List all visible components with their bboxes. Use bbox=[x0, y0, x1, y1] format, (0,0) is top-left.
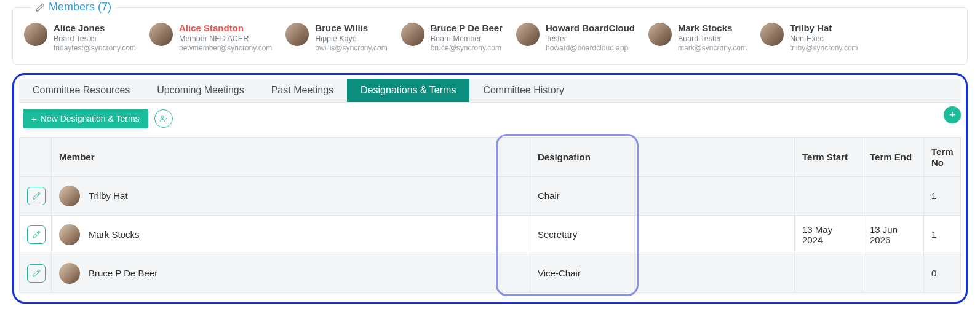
action-bar: + New Designation & Terms + bbox=[19, 103, 961, 132]
member-name: Howard BoardCloud bbox=[546, 23, 635, 34]
edit-row-button[interactable] bbox=[27, 225, 46, 244]
member-email: bwillis@syncrony.com bbox=[315, 44, 387, 53]
avatar bbox=[59, 186, 80, 206]
tab-past-meetings[interactable]: Past Meetings bbox=[258, 79, 347, 102]
th-member: Member bbox=[52, 138, 530, 177]
avatar bbox=[285, 23, 309, 46]
row-designation: Vice-Chair bbox=[530, 254, 635, 292]
tab-upcoming-meetings[interactable]: Upcoming Meetings bbox=[143, 79, 257, 102]
avatar bbox=[59, 263, 80, 284]
avatar bbox=[516, 23, 540, 46]
row-spacer bbox=[635, 254, 795, 292]
member-role: Hippie Kaye bbox=[315, 34, 387, 44]
th-designation: Designation bbox=[530, 138, 635, 177]
member-card[interactable]: Bruce WillisHippie Kayebwillis@syncrony.… bbox=[285, 23, 387, 53]
row-member-name: Mark Stocks bbox=[89, 229, 140, 240]
member-email: fridaytest@syncrony.com bbox=[54, 44, 136, 53]
member-email: howard@boardcloud.app bbox=[546, 44, 635, 53]
svg-point-0 bbox=[161, 116, 163, 119]
member-card[interactable]: Alice StandtonMember NED ACERnewmember@s… bbox=[149, 23, 272, 53]
avatar bbox=[24, 23, 47, 46]
avatar bbox=[149, 23, 173, 46]
member-email: trilby@syncrony.com bbox=[790, 44, 858, 53]
member-role: Board Tester bbox=[54, 34, 136, 44]
row-term-end: 13 Jun 2026 bbox=[862, 215, 924, 254]
avatar bbox=[760, 23, 784, 46]
table-row: Mark StocksSecretary13 May 202413 Jun 20… bbox=[20, 215, 961, 254]
tab-committee-resources[interactable]: Committee Resources bbox=[19, 79, 143, 102]
member-card[interactable]: Howard BoardCloudTesterhoward@boardcloud… bbox=[516, 23, 635, 53]
member-name: Mark Stocks bbox=[678, 23, 747, 34]
tabs: Committee ResourcesUpcoming MeetingsPast… bbox=[19, 79, 961, 103]
row-spacer bbox=[635, 176, 795, 215]
pencil-icon bbox=[32, 191, 41, 200]
pencil-icon bbox=[32, 230, 41, 239]
member-name: Alice Standton bbox=[179, 23, 272, 34]
plus-icon: + bbox=[31, 114, 37, 123]
edit-row-button[interactable] bbox=[27, 187, 46, 205]
row-designation: Chair bbox=[530, 176, 635, 215]
new-designation-label: New Designation & Terms bbox=[41, 114, 140, 123]
pencil-icon bbox=[32, 268, 41, 278]
tab-committee-history[interactable]: Committee History bbox=[469, 79, 578, 102]
member-role: Tester bbox=[546, 34, 635, 44]
row-term-end bbox=[862, 176, 924, 215]
assign-member-icon-button[interactable] bbox=[154, 109, 173, 128]
member-card[interactable]: Mark StocksBoard Testermark@syncrony.com bbox=[648, 23, 747, 53]
row-designation: Secretary bbox=[530, 215, 635, 254]
add-button[interactable]: + bbox=[944, 106, 961, 123]
row-term-no: 1 bbox=[924, 176, 961, 215]
member-role: Board Member bbox=[431, 34, 503, 44]
member-name: Alice Jones bbox=[54, 23, 136, 34]
row-term-start bbox=[795, 176, 862, 215]
members-legend[interactable]: Members (7) bbox=[31, 1, 115, 14]
row-spacer bbox=[635, 215, 795, 254]
th-spacer bbox=[635, 138, 795, 177]
row-member-name: Bruce P De Beer bbox=[89, 268, 157, 278]
member-role: Member NED ACER bbox=[179, 34, 272, 44]
member-card[interactable]: Alice JonesBoard Testerfridaytest@syncro… bbox=[24, 23, 136, 53]
member-email: mark@syncrony.com bbox=[678, 44, 747, 53]
th-term-end: Term End bbox=[862, 138, 924, 177]
th-term-start: Term Start bbox=[795, 138, 862, 177]
member-card[interactable]: Bruce P De BeerBoard Memberbruce@syncron… bbox=[401, 23, 503, 53]
member-role: Board Tester bbox=[678, 34, 747, 44]
members-title: Members (7) bbox=[49, 1, 111, 14]
designations-section-highlight: Committee ResourcesUpcoming MeetingsPast… bbox=[12, 73, 968, 304]
member-role: Non-Exec bbox=[790, 34, 858, 44]
member-email: bruce@syncrony.com bbox=[431, 44, 503, 53]
tab-designations-terms[interactable]: Designations & Terms bbox=[347, 79, 469, 102]
member-name: Bruce Willis bbox=[315, 23, 387, 34]
avatar bbox=[401, 23, 424, 46]
row-term-end bbox=[862, 254, 924, 292]
new-designation-button[interactable]: + New Designation & Terms bbox=[23, 109, 148, 128]
th-edit bbox=[20, 138, 52, 177]
member-name: Bruce P De Beer bbox=[431, 23, 503, 34]
members-panel: Members (7) Alice JonesBoard Testerfrida… bbox=[12, 7, 968, 65]
designations-table-wrap: Member Designation Term Start Term End T… bbox=[19, 137, 961, 293]
row-term-no: 0 bbox=[924, 254, 961, 292]
avatar bbox=[648, 23, 672, 46]
th-term-no: Term No bbox=[924, 138, 961, 177]
pencil-icon bbox=[35, 2, 45, 12]
table-row: Trilby HatChair1 bbox=[20, 176, 961, 215]
avatar bbox=[59, 224, 80, 245]
row-term-no: 1 bbox=[924, 215, 961, 254]
member-email: newmember@syncrony.com bbox=[179, 44, 272, 53]
member-card[interactable]: Trilby HatNon-Exectrilby@syncrony.com bbox=[760, 23, 858, 53]
row-term-start: 13 May 2024 bbox=[795, 215, 862, 254]
table-row: Bruce P De BeerVice-Chair0 bbox=[20, 254, 961, 292]
user-check-icon bbox=[159, 114, 169, 123]
edit-row-button[interactable] bbox=[27, 264, 46, 283]
member-name: Trilby Hat bbox=[790, 23, 858, 34]
row-member-name: Trilby Hat bbox=[89, 190, 128, 201]
row-term-start bbox=[795, 254, 862, 292]
designations-table: Member Designation Term Start Term End T… bbox=[19, 137, 961, 293]
